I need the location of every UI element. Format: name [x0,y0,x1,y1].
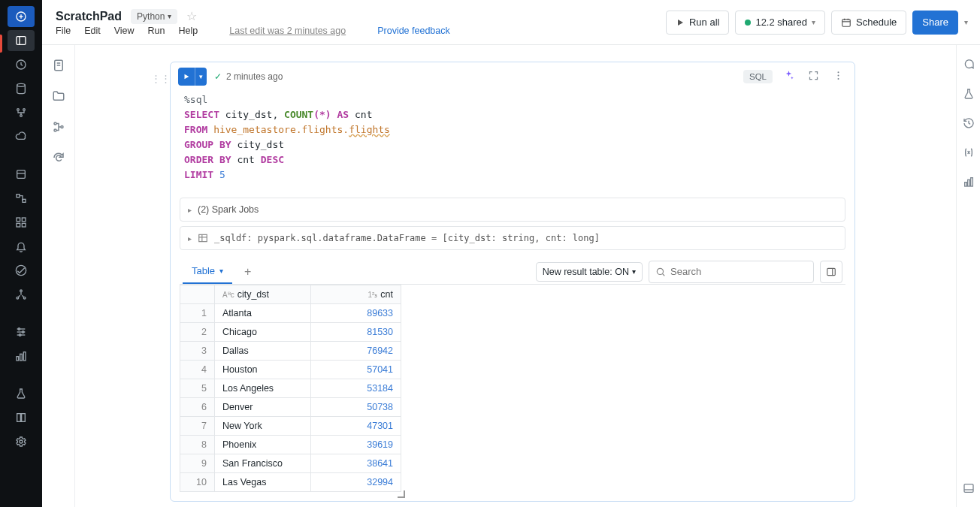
feedback-link[interactable]: Provide feedback [377,26,450,36]
row-number: 5 [180,379,215,398]
comments-icon[interactable] [963,59,975,73]
nav-settings-icon[interactable] [8,431,35,452]
schedule-button[interactable]: Schedule [831,11,906,35]
cluster-selector[interactable]: 12.2 shared ▾ [735,11,825,35]
svg-point-32 [20,440,23,443]
chart-icon[interactable] [963,176,975,190]
row-number: 3 [180,342,215,361]
svg-point-41 [54,122,56,125]
nav-cluster-icon[interactable] [8,284,35,305]
table-row[interactable]: 3Dallas76942 [180,342,401,361]
svg-rect-27 [17,357,19,361]
result-table: Aᴮccity_dst 1²₃cnt 1Atlanta896332Chicago… [180,285,401,492]
svg-rect-34 [842,19,851,26]
toc-icon[interactable] [52,59,65,74]
folder-icon[interactable] [52,89,65,105]
table-row[interactable]: 8Phoenix39619 [180,436,401,454]
schema-icon[interactable] [52,120,65,136]
drag-handle-icon[interactable]: ⋮⋮ [151,73,171,84]
row-number: 1 [180,304,215,323]
nav-workflow-icon[interactable] [8,102,35,123]
chevron-down-icon[interactable]: ▾ [219,267,223,275]
nav-catalog-icon[interactable] [8,78,35,99]
row-number: 10 [180,473,215,492]
table-row[interactable]: 1Atlanta89633 [180,304,401,323]
run-cell-button[interactable] [178,73,195,80]
nav-experiments-icon[interactable] [8,383,35,404]
cell-city_dst: Los Angeles [215,379,311,398]
cell-cnt: 47301 [311,417,401,436]
svg-rect-29 [23,352,26,361]
active-indicator [0,35,2,53]
language-selector[interactable]: Python▾ [131,9,177,24]
expand-icon[interactable] [805,67,822,86]
nav-reports-icon[interactable] [8,346,35,367]
menu-file[interactable]: File [56,26,71,36]
dataframe-info-row[interactable]: ▸ _sqldf: pyspark.sql.dataframe.DataFram… [180,226,845,250]
bottom-panel-icon[interactable] [963,482,975,496]
row-number: 6 [180,398,215,417]
beaker-icon[interactable] [963,88,975,102]
table-row[interactable]: 6Denver50738 [180,398,401,417]
nav-panel-icon[interactable] [8,30,35,51]
tab-table[interactable]: Table ▾ [183,259,232,284]
cell-cnt: 39619 [311,436,401,454]
cell-city_dst: Houston [215,361,311,379]
search-input[interactable] [670,266,807,277]
nav-recents-icon[interactable] [8,54,35,75]
run-cell-menu[interactable]: ▾ [195,68,207,86]
result-toggle-label: New result table: ON [543,267,629,277]
refresh-icon[interactable] [52,151,65,167]
svg-point-7 [23,109,26,111]
table-row[interactable]: 9San Francisco38641 [180,454,401,473]
history-icon[interactable] [963,117,975,131]
last-edit-link[interactable]: Last edit was 2 minutes ago [229,26,346,36]
more-menu-icon[interactable]: ▾ [964,18,968,26]
create-button[interactable] [8,6,35,27]
row-number-header[interactable] [180,285,215,304]
menu-view[interactable]: View [114,26,135,36]
nav-data-icon[interactable] [8,164,35,185]
notebook-title[interactable]: ScratchPad [56,10,122,23]
resize-handle-icon[interactable] [398,490,405,498]
layout-toggle-icon[interactable] [820,261,842,283]
assistant-icon[interactable] [780,67,797,86]
expand-triangle-icon[interactable]: ▸ [188,206,192,214]
spark-jobs-row[interactable]: ▸ (2) Spark Jobs [180,198,845,222]
run-all-button[interactable]: Run all [666,11,729,35]
column-header-city_dst[interactable]: Aᴮccity_dst [215,285,311,304]
menu-edit[interactable]: Edit [84,26,101,36]
nav-dashboard-icon[interactable] [8,212,35,233]
nav-cloud-icon[interactable] [8,126,35,147]
search-box[interactable] [649,261,814,283]
left-nav-rail [0,0,42,507]
table-row[interactable]: 10Las Vegas32994 [180,473,401,492]
svg-rect-9 [17,171,26,179]
nav-pipeline-icon[interactable] [8,188,35,209]
menu-run[interactable]: Run [148,26,165,36]
svg-point-42 [54,129,56,131]
table-row[interactable]: 5Los Angeles53184 [180,379,401,398]
nav-jobs-icon[interactable] [8,260,35,281]
add-tab-button[interactable]: + [238,261,257,283]
table-row[interactable]: 4Houston57041 [180,361,401,379]
type-number-icon: 1²₃ [368,291,377,299]
column-header-cnt[interactable]: 1²₃cnt [311,285,401,304]
result-table-toggle[interactable]: New result table: ON ▾ [536,262,643,282]
table-row[interactable]: 2Chicago81530 [180,323,401,342]
variables-icon[interactable] [963,146,975,161]
share-label: Share [922,17,948,28]
menu-help[interactable]: Help [179,26,198,36]
table-row[interactable]: 7New York47301 [180,417,401,436]
svg-rect-58 [964,484,973,493]
star-icon[interactable]: ☆ [186,9,197,23]
code-editor[interactable]: %sql SELECT city_dst, COUNT(*) AS cnt FR… [171,91,854,198]
expand-triangle-icon[interactable]: ▸ [188,234,192,243]
nav-models-icon[interactable] [8,407,35,428]
svg-rect-31 [22,414,26,422]
share-button[interactable]: Share [912,11,958,35]
kebab-menu-icon[interactable] [830,67,847,86]
svg-rect-56 [967,180,969,186]
nav-sliders-icon[interactable] [8,321,35,343]
nav-alerts-icon[interactable] [8,236,35,257]
